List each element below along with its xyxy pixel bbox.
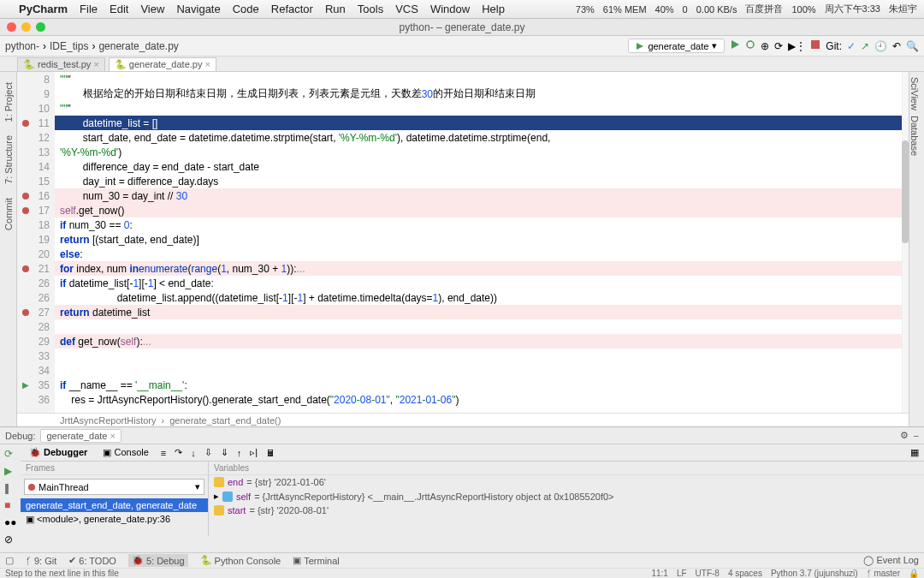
- code-line[interactable]: '%Y-%m-%d'): [55, 145, 909, 159]
- event-log-button[interactable]: ◯ Event Log: [863, 555, 919, 566]
- gutter-line[interactable]: 28: [17, 319, 55, 334]
- settings-icon[interactable]: ⚙: [900, 430, 909, 441]
- code-line[interactable]: if datetime_list[-1][-1] < end_date:: [55, 276, 909, 290]
- gutter-line[interactable]: 26: [17, 290, 55, 305]
- coverage-button[interactable]: ⊕: [761, 40, 769, 52]
- gutter-line[interactable]: 36: [17, 392, 55, 407]
- tool-database[interactable]: Database: [909, 116, 920, 156]
- git-history-icon[interactable]: 🕘: [874, 40, 887, 52]
- encoding[interactable]: UTF-8: [696, 569, 720, 578]
- show-windows-icon[interactable]: ▢: [5, 555, 14, 566]
- breadcrumb-dir[interactable]: IDE_tips: [50, 40, 88, 52]
- debug-tool-button[interactable]: 🐞 5: Debug: [128, 554, 188, 567]
- code-line[interactable]: if __name__ == '__main__':: [55, 378, 909, 392]
- resume-icon[interactable]: ▶: [4, 465, 16, 477]
- menu-view[interactable]: View: [140, 3, 164, 15]
- step-into-my-code-icon[interactable]: ⇩: [204, 447, 212, 458]
- gutter-line[interactable]: 15: [17, 174, 55, 188]
- variable-row[interactable]: end = {str} '2021-01-06': [209, 475, 924, 489]
- tab-redis-test[interactable]: 🐍 redis_test.py ×: [17, 57, 105, 71]
- git-tool-button[interactable]: ᚶ 9: Git: [26, 556, 56, 566]
- gutter-line[interactable]: 19: [17, 232, 55, 247]
- git-rollback-icon[interactable]: ↶: [892, 40, 901, 52]
- variable-row[interactable]: ▸ self = {JrttAsyncReportHistory} <__mai…: [209, 489, 924, 504]
- git-update-icon[interactable]: ✓: [847, 40, 856, 52]
- layout-settings-icon[interactable]: ▦: [910, 447, 919, 458]
- code-line[interactable]: datetime_list.append((datetime_list[-1][…: [55, 290, 909, 305]
- code-line[interactable]: return datetime_list: [55, 305, 909, 319]
- gutter-line[interactable]: 20: [17, 247, 55, 261]
- search-icon[interactable]: 🔍: [906, 40, 919, 52]
- rerun-icon[interactable]: ⟳: [4, 448, 16, 460]
- breakpoint-icon[interactable]: [22, 193, 29, 200]
- gutter-line[interactable]: 26: [17, 276, 55, 290]
- run-target-button[interactable]: ▶⋮: [788, 40, 806, 52]
- stop-button[interactable]: [811, 40, 820, 52]
- menu-window[interactable]: Window: [430, 3, 470, 15]
- ime-indicator[interactable]: 百度拼音: [745, 3, 783, 15]
- tool-structure[interactable]: 7: Structure: [3, 135, 14, 184]
- code-line[interactable]: else:: [55, 247, 909, 261]
- tool-project[interactable]: 1: Project: [3, 82, 14, 122]
- git-commit-icon[interactable]: ↗: [861, 40, 869, 52]
- menu-help[interactable]: Help: [482, 3, 505, 15]
- close-tab-icon[interactable]: ×: [93, 59, 98, 69]
- code-area[interactable]: """ 根据给定的开始日期和结束日期，生成日期列表，列表元素是元组，天数差30的…: [55, 72, 909, 426]
- menu-file[interactable]: File: [80, 3, 98, 15]
- frame-row[interactable]: generate_start_end_date, generate_date: [21, 498, 208, 512]
- menu-vcs[interactable]: VCS: [395, 3, 418, 15]
- gutter-line[interactable]: 21: [17, 261, 55, 276]
- frame-row[interactable]: ▣ <module>, generate_date.py:36: [21, 512, 208, 527]
- minimize-icon[interactable]: −: [914, 431, 919, 441]
- menu-tools[interactable]: Tools: [358, 3, 383, 15]
- evaluate-expression-icon[interactable]: 🖩: [266, 448, 275, 458]
- gutter-line[interactable]: 29: [17, 334, 55, 349]
- terminal-button[interactable]: ▣ Terminal: [293, 555, 340, 566]
- code-line[interactable]: self.get_now(): [55, 203, 909, 217]
- gutter-line[interactable]: 14: [17, 159, 55, 174]
- scrollbar-thumb[interactable]: [902, 140, 909, 243]
- menu-navigate[interactable]: Navigate: [176, 3, 220, 15]
- gutter-line[interactable]: 16: [17, 188, 55, 203]
- tool-commit[interactable]: Commit: [3, 198, 14, 230]
- crumb-method[interactable]: generate_start_end_date(): [169, 415, 281, 426]
- run-config-selector[interactable]: generate_date ▾: [628, 39, 725, 53]
- code-line[interactable]: 根据给定的开始日期和结束日期，生成日期列表，列表元素是元组，天数差30的开始日期…: [55, 86, 909, 101]
- gutter-line[interactable]: 35▶: [17, 378, 55, 392]
- mute-breakpoints-icon[interactable]: ⊘: [4, 533, 16, 545]
- menu-edit[interactable]: Edit: [110, 3, 128, 15]
- tool-sciview[interactable]: SciView: [909, 77, 920, 110]
- run-button[interactable]: [730, 39, 740, 52]
- code-line[interactable]: [55, 319, 909, 334]
- code-line[interactable]: num_30 = day_int // 30: [55, 188, 909, 203]
- lock-icon[interactable]: 🔒: [909, 569, 919, 578]
- gutter-line[interactable]: 11: [17, 116, 55, 130]
- force-step-into-icon[interactable]: ⇓: [221, 447, 228, 458]
- editor-breadcrumb[interactable]: JrttAsyncReportHistory › generate_start_…: [17, 413, 909, 426]
- variable-row[interactable]: start = {str} '2020-08-01': [209, 504, 924, 517]
- clock[interactable]: 周六下午3:33: [825, 3, 880, 15]
- run-to-cursor-icon[interactable]: ▹|: [250, 447, 258, 458]
- debug-session-tab[interactable]: generate_date ×: [40, 429, 121, 443]
- code-line[interactable]: day_int = difference_day.days: [55, 174, 909, 188]
- code-editor[interactable]: 8910111213141516171819202126262728293334…: [17, 72, 909, 426]
- code-line[interactable]: return [(start_date, end_date)]: [55, 232, 909, 247]
- console-tab[interactable]: ▣ Console: [99, 446, 151, 459]
- breadcrumb-project[interactable]: python-: [5, 40, 39, 52]
- breakpoint-icon[interactable]: [22, 120, 29, 127]
- breakpoint-icon[interactable]: [22, 265, 29, 272]
- gutter-line[interactable]: 8: [17, 72, 55, 86]
- menu-run[interactable]: Run: [325, 3, 346, 15]
- step-out-icon[interactable]: ↑: [237, 448, 242, 458]
- code-line[interactable]: start_date, end_date = datetime.datetime…: [55, 130, 909, 145]
- thread-selector[interactable]: MainThread ▾: [24, 479, 204, 495]
- tab-generate-date[interactable]: 🐍 generate_date.py ×: [109, 57, 216, 71]
- step-over-icon[interactable]: ↷: [175, 447, 182, 458]
- breakpoint-icon[interactable]: [22, 207, 29, 214]
- gutter-line[interactable]: 18: [17, 217, 55, 232]
- run-gutter-icon[interactable]: ▶: [22, 380, 29, 390]
- close-tab-icon[interactable]: ×: [204, 59, 210, 69]
- git-branch[interactable]: ᚶ master: [867, 569, 900, 578]
- gutter-line[interactable]: 13: [17, 145, 55, 159]
- breakpoint-icon[interactable]: [22, 309, 29, 316]
